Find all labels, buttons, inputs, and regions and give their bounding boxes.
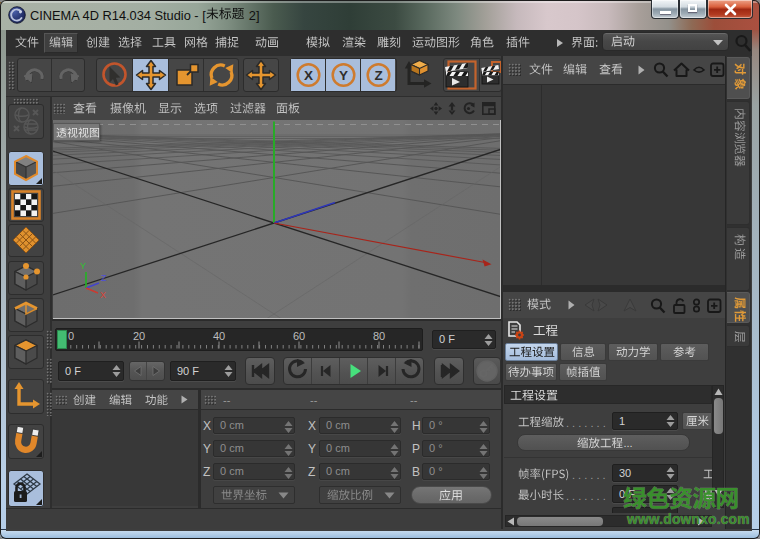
svg-text:Z: Z [374, 68, 382, 83]
svg-text:X: X [100, 290, 106, 300]
svg-text:Z: Z [101, 273, 107, 283]
svg-text:Y: Y [339, 68, 348, 83]
svg-text:Y: Y [80, 261, 86, 271]
svg-text:X: X [304, 68, 313, 83]
